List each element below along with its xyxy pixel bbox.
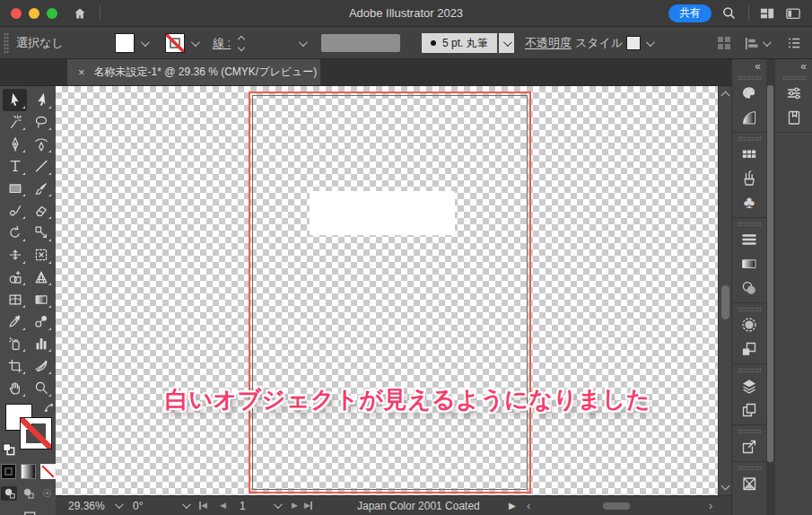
layers-panel-icon[interactable] xyxy=(734,373,764,397)
fullscreen-window-button[interactable] xyxy=(47,8,57,19)
tool-type[interactable] xyxy=(3,155,27,178)
scroll-down-icon[interactable] xyxy=(721,482,730,491)
tool-paintbrush[interactable] xyxy=(29,178,53,200)
close-window-button[interactable] xyxy=(11,8,22,19)
tool-pen[interactable] xyxy=(3,133,27,155)
stroke-proxy-swatch[interactable] xyxy=(21,418,51,449)
dock-scrollbar[interactable] xyxy=(766,59,774,515)
style-swatch[interactable] xyxy=(626,27,641,59)
tool-column-graph[interactable] xyxy=(29,333,53,355)
gradient-button[interactable] xyxy=(21,464,36,479)
panel-group-grip[interactable] xyxy=(738,368,761,372)
hscroll-left-icon[interactable]: ‹ xyxy=(527,496,530,515)
panel-group-grip[interactable] xyxy=(738,429,761,433)
properties-panel-icon[interactable] xyxy=(779,81,809,105)
panel-group-grip[interactable] xyxy=(738,307,761,311)
panel-group-grip[interactable] xyxy=(738,136,761,141)
tool-artboard[interactable] xyxy=(3,354,27,377)
tool-rectangle[interactable] xyxy=(3,178,27,200)
align-chevron-icon[interactable] xyxy=(763,27,769,59)
color-button[interactable] xyxy=(1,464,16,479)
zoom-level[interactable]: 29.36% xyxy=(68,496,105,515)
tool-eyedropper[interactable] xyxy=(3,310,27,333)
scroll-up-icon[interactable] xyxy=(721,92,730,100)
control-panel-menu-icon[interactable] xyxy=(787,27,801,59)
home-icon[interactable] xyxy=(73,6,87,21)
artboard-chevron-icon[interactable] xyxy=(274,496,280,515)
previous-artboard-button[interactable]: ◀ xyxy=(220,496,226,515)
stroke-panel-icon[interactable] xyxy=(734,227,764,251)
tool-line-segment[interactable] xyxy=(29,155,53,178)
swatches-panel-icon[interactable] xyxy=(734,142,764,166)
stroke-weight-stepper[interactable] xyxy=(239,27,244,59)
stroke-chevron-icon[interactable] xyxy=(191,27,197,59)
status-menu-icon[interactable]: ▶ xyxy=(509,496,516,515)
tool-slice[interactable] xyxy=(29,354,53,377)
dock-collapse-right[interactable]: « xyxy=(775,59,812,74)
tool-curvature[interactable] xyxy=(29,133,53,155)
fill-swatch[interactable] xyxy=(115,27,135,59)
tool-eraser[interactable] xyxy=(29,199,53,222)
style-chevron-icon[interactable] xyxy=(646,27,652,59)
brushes-panel-icon[interactable] xyxy=(734,166,764,190)
stroke-label-link[interactable]: 線 : xyxy=(213,27,231,59)
tool-zoom[interactable] xyxy=(29,377,53,399)
brush-dropdown[interactable]: 5 pt. 丸筆 xyxy=(422,27,514,59)
export-panel-icon[interactable] xyxy=(734,434,764,458)
panel-group-grip[interactable] xyxy=(738,466,761,470)
screen-mode-icon[interactable] xyxy=(18,510,38,515)
stroke-weight-chevron-icon[interactable] xyxy=(299,27,305,59)
tab-close-icon[interactable]: × xyxy=(78,65,85,79)
panel-group-grip[interactable] xyxy=(738,222,761,226)
color-profile-status[interactable]: Japan Color 2001 Coated xyxy=(357,496,480,515)
asset-export-panel-icon[interactable] xyxy=(734,471,764,495)
canvas[interactable]: 白いオブジェクトが見えるようになりました xyxy=(56,86,718,495)
vertical-scrollbar[interactable] xyxy=(718,86,731,495)
zoom-chevron-icon[interactable] xyxy=(115,496,121,515)
tool-lasso[interactable] xyxy=(29,111,53,134)
none-button[interactable] xyxy=(40,464,56,479)
tool-symbol-sprayer[interactable] xyxy=(3,333,27,355)
tool-hand[interactable] xyxy=(3,377,27,399)
symbols-panel-icon[interactable]: ♣ xyxy=(734,190,764,214)
tool-free-transform[interactable] xyxy=(29,244,53,266)
rotation-chevron-icon[interactable] xyxy=(182,496,188,515)
panel-group-grip[interactable] xyxy=(782,75,806,80)
tool-scale[interactable] xyxy=(29,222,53,244)
tool-width[interactable] xyxy=(3,244,27,266)
tool-shaper[interactable] xyxy=(3,199,27,222)
brush-chevron-icon[interactable] xyxy=(499,33,514,53)
libraries-panel-icon[interactable] xyxy=(779,105,809,129)
rotation-value[interactable]: 0° xyxy=(133,496,143,515)
stroke-none-swatch[interactable] xyxy=(165,27,185,59)
last-artboard-button[interactable]: ▶ xyxy=(304,496,312,515)
swap-fill-stroke-icon[interactable] xyxy=(44,403,55,414)
gradient-fan-panel-icon[interactable] xyxy=(734,105,764,129)
gradient-panel-icon[interactable] xyxy=(734,251,764,275)
hscroll-right-icon[interactable]: › xyxy=(709,496,712,515)
tool-shape-builder[interactable] xyxy=(3,266,27,289)
draw-inside-button[interactable] xyxy=(39,486,55,501)
appearance-panel-icon[interactable] xyxy=(734,312,764,336)
dock-scroll-thumb[interactable] xyxy=(767,85,773,462)
color-panel-icon[interactable] xyxy=(734,81,764,105)
tool-gradient[interactable] xyxy=(29,288,53,310)
document-tab[interactable]: × 名称未設定-1* @ 29.36 % (CMYK/プレビュー) xyxy=(67,59,320,85)
panel-toggle-icon[interactable] xyxy=(785,6,801,21)
opacity-label-link[interactable]: 不透明度 xyxy=(525,27,572,59)
panel-group-grip[interactable] xyxy=(738,75,761,80)
search-icon[interactable] xyxy=(721,5,737,21)
align-options-icon[interactable] xyxy=(744,27,759,59)
share-button[interactable]: 共有 xyxy=(668,4,712,22)
vertical-scroll-thumb[interactable] xyxy=(721,285,729,319)
tool-magic-wand[interactable] xyxy=(3,111,27,134)
control-bar-grip[interactable] xyxy=(4,32,9,54)
next-artboard-button[interactable]: ▶ xyxy=(292,496,298,515)
dock-collapse-left[interactable]: « xyxy=(732,59,766,74)
workspace-switcher-icon[interactable] xyxy=(759,6,775,21)
horizontal-scroll-thumb[interactable] xyxy=(603,502,630,510)
tool-rotate[interactable] xyxy=(3,222,27,244)
transparency-panel-icon[interactable] xyxy=(734,275,764,300)
first-artboard-button[interactable]: ◀ xyxy=(199,496,207,515)
minimize-window-button[interactable] xyxy=(29,8,39,19)
